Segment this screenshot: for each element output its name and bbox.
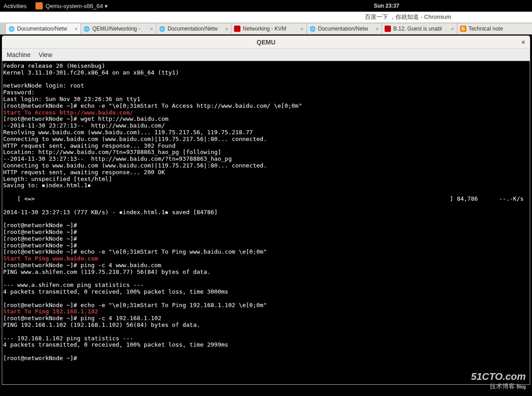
close-tab-icon[interactable]: × [225, 26, 229, 32]
tab-label: Documentation/Netw [17, 26, 71, 32]
term-line: Connecting to www.baidu.com (www.baidu.c… [3, 136, 267, 142]
app-indicator-label: Qemu-system-x86_64 ▾ [45, 3, 108, 9]
watermark: 51CTO.com 技术博客 Blog [471, 371, 526, 391]
term-line-red: Start To Access http://www.baidu.com/ [3, 109, 133, 116]
term-line: Length: unspecified [text/html] [3, 176, 112, 182]
term-line: Kernel 3.11.10-301.fc20.x86_64 on an x86… [3, 69, 179, 76]
term-line: Password: [3, 89, 35, 96]
term-line: [root@networkNode ~]# [3, 222, 77, 229]
favicon-blogger-icon: B [460, 26, 466, 32]
browser-tab[interactable]: Networking - KVM × [231, 23, 306, 34]
browser-tab[interactable]: Documentation/Netw × [5, 23, 81, 34]
tab-label: Technical note [469, 26, 530, 32]
favicon-globe-icon [84, 26, 90, 32]
term-line: 2014-11-30 23:27:13 (777 KB/s) - ▪index.… [3, 209, 217, 216]
term-line: [ <=> ] 84,786 --.-K/s in 0.1s [3, 195, 532, 202]
term-line: --- www.a.shifen.com ping statistics --- [3, 282, 144, 288]
browser-tab[interactable]: Documentation/Netw × [306, 23, 382, 34]
close-tab-icon[interactable]: × [300, 26, 304, 32]
watermark-badge: Blog [517, 384, 526, 389]
browser-tab[interactable]: Documentation/Netw × [156, 23, 231, 34]
tab-label: QEMU/Networking - [92, 26, 146, 32]
term-line: [root@networkNode ~]# [3, 229, 77, 235]
close-tab-icon[interactable]: × [75, 26, 78, 32]
menu-machine[interactable]: Machine [7, 51, 31, 58]
browser-tab-strip: Documentation/Netw × QEMU/Networking - ×… [0, 22, 532, 35]
qemu-title: QEMU [257, 39, 275, 46]
favicon-globe-icon [310, 26, 316, 32]
tab-label: Documentation/Netw [318, 26, 372, 32]
term-line: [root@networkNode ~]# wget http://www.ba… [3, 115, 168, 122]
tab-label: B.12. Guest is unabl [393, 26, 447, 32]
tab-label: Networking - KVM [243, 26, 296, 32]
term-line: Fedora release 20 (Heisenbug) [3, 62, 105, 69]
close-tab-icon[interactable]: × [451, 26, 454, 32]
term-line: Connecting to www.baidu.com (www.baidu.c… [3, 162, 267, 169]
term-line: [root@networkNode ~]# [3, 235, 77, 242]
qemu-titlebar[interactable]: QEMU × [2, 36, 530, 48]
term-line: 4 packets transmitted, 0 received, 100% … [3, 288, 228, 295]
term-line: Last login: Sun Nov 30 23:26:36 on tty1 [3, 96, 140, 102]
term-line: [root@networkNode ~]# [3, 242, 77, 249]
term-line: [root@networkNode ~]# [3, 355, 77, 361]
app-indicator[interactable]: Qemu-system-x86_64 ▾ [35, 2, 108, 9]
browser-title-text: 百度一下 ，你就知道 - Chromium [365, 13, 451, 21]
term-line: [root@networkNode ~]# ping -c 4 192.168.… [3, 315, 161, 321]
term-line-red: Start To Ping 192.168.1.102 [3, 308, 98, 315]
term-line: [root@networkNode ~]# echo -e "\e[0;31mS… [3, 302, 267, 308]
term-line: Saving to: ▪index.html.1▪ [3, 182, 91, 189]
favicon-redhat-icon [385, 26, 391, 32]
browser-window-title: 百度一下 ，你就知道 - Chromium [0, 12, 532, 22]
term-line: PING www.a.shifen.com (119.75.218.77) 56… [3, 268, 211, 275]
browser-tab[interactable]: B.12. Guest is unabl × [381, 23, 457, 34]
term-line: networkNode login: root [3, 82, 84, 89]
watermark-line1: 51CTO.com [471, 371, 526, 383]
browser-tab[interactable]: B Technical note [457, 23, 532, 34]
browser-tab[interactable]: QEMU/Networking - × [80, 23, 156, 34]
terminal-screen[interactable]: Fedora release 20 (Heisenbug) Kernel 3.1… [2, 61, 530, 384]
term-line: Location: http://www.baidu.com/?tn=93788… [3, 149, 221, 155]
term-line: --- 192.168.1.102 ping statistics --- [3, 335, 133, 342]
term-line: [root@networkNode ~]# echo -e "\e[0;31mS… [3, 102, 302, 109]
qemu-menubar: Machine View [2, 48, 530, 61]
term-line: 4 packets transmitted, 0 received, 100% … [3, 341, 228, 348]
term-line-red: Start To Ping www.baidu.com [3, 255, 98, 262]
close-tab-icon[interactable]: × [150, 26, 153, 32]
clock[interactable]: Sun 23:37 [374, 3, 399, 9]
close-tab-icon[interactable]: × [376, 26, 379, 32]
term-line: --2014-11-30 23:27:13-- http://www.baidu… [3, 122, 165, 129]
qemu-icon [35, 2, 43, 9]
qemu-window: QEMU × Machine View Fedora release 20 (H… [2, 35, 530, 385]
activities-button[interactable]: Activities [4, 3, 27, 9]
term-line: HTTP request sent, awaiting response... … [3, 142, 176, 149]
term-line: [root@networkNode ~]# ping -c 4 www.baid… [3, 262, 161, 268]
favicon-globe-icon [159, 26, 165, 32]
term-line: [root@networkNode ~]# echo -e "\e[0;31mS… [3, 248, 267, 255]
menu-view[interactable]: View [39, 51, 52, 58]
term-line: --2014-11-30 23:27:13-- http://www.baidu… [3, 155, 232, 162]
watermark-line2: 技术博客 Blog [471, 383, 526, 391]
favicon-globe-icon [9, 26, 15, 32]
term-line: Resolving www.baidu.com (www.baidu.com).… [3, 129, 253, 136]
favicon-redhat-icon [234, 26, 240, 32]
gnome-top-panel: Activities Qemu-system-x86_64 ▾ Sun 23:3… [0, 0, 532, 12]
tab-label: Documentation/Netw [168, 26, 221, 32]
term-line: PING 192.168.1.102 (192.168.1.102) 56(84… [3, 321, 200, 328]
window-close-icon[interactable]: × [521, 38, 525, 46]
term-line: HTTP request sent, awaiting response... … [3, 169, 165, 176]
